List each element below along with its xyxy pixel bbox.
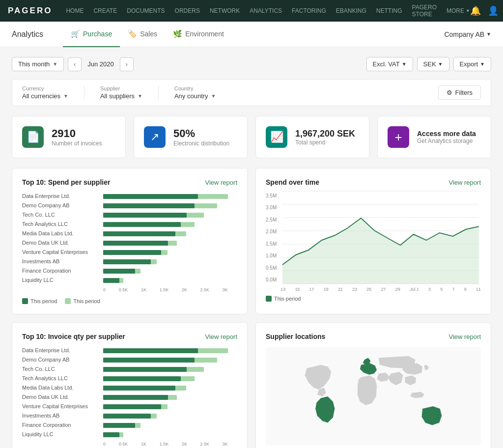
spend-supplier-labels: Data Enterprise Ltd. Demo Company AB Tec… <box>22 193 98 292</box>
supplier-dropdown-label: Supplier <box>100 85 142 91</box>
spend-value: 1,967,200 SEK <box>295 129 355 139</box>
next-month-button[interactable]: › <box>120 57 134 71</box>
company-name: Company AB <box>444 30 484 38</box>
excl-vat-label: Excl. VAT <box>373 60 400 68</box>
stat-card-access[interactable]: + Access more data Get Analytics storage <box>377 116 491 158</box>
currency-dropdown[interactable]: Currency All currencies ▼ <box>22 85 84 100</box>
label-0: Data Enterprise Ltd. <box>22 193 98 199</box>
label-8: Finance Corporation <box>22 268 98 274</box>
country-dropdown-value: Any country <box>174 92 208 100</box>
supplier-locations-card: Supplier locations View report <box>255 322 491 448</box>
filters-button[interactable]: ⚙ Filters <box>438 85 481 100</box>
nav-more[interactable]: MORE ▼ <box>447 7 470 14</box>
currency-label: SEK <box>423 60 436 68</box>
spend-label: Total spend <box>295 139 355 146</box>
time-legend-label: This period <box>274 296 301 302</box>
excl-vat-button[interactable]: Excl. VAT ▼ <box>366 57 413 71</box>
this-month-button[interactable]: This month ▼ <box>12 57 64 71</box>
this-month-label: This month <box>18 60 50 68</box>
supplier-locations-view-report[interactable]: View report <box>448 333 481 340</box>
analytics-title: Analytics <box>12 30 43 39</box>
export-chevron-icon: ▼ <box>480 61 485 67</box>
currency-chevron-icon: ▼ <box>438 61 443 67</box>
export-label: Export <box>460 60 478 68</box>
vat-chevron-icon: ▼ <box>402 61 407 67</box>
nav-analytics[interactable]: ANALYTICS <box>250 7 282 14</box>
supplier-locations-title: Supplier locations <box>266 333 325 340</box>
spend-supplier-view-report[interactable]: View report <box>205 179 237 186</box>
user-icon[interactable]: 👤 <box>488 5 499 16</box>
environment-icon: 🌿 <box>173 29 182 38</box>
tab-purchase[interactable]: 🛒 Purchase <box>63 22 120 47</box>
prev-month-button[interactable]: ‹ <box>68 57 82 71</box>
main-content: This month ▼ ‹ Jun 2020 › Excl. VAT ▼ SE… <box>0 47 503 448</box>
spend-time-card: Spend over time View report 3.5M3.0M2.5M… <box>255 168 491 314</box>
spend-time-title: Spend over time <box>266 178 319 186</box>
y-axis-labels: 3.5M3.0M2.5M2.0M1.5M1.0M0.5M0.0M <box>266 191 277 284</box>
x-axis-labels: 131517192123252729Jul 1357911 <box>280 287 481 292</box>
supplier-dropdown-value: All suppliers <box>100 92 135 100</box>
nav-pagero-store[interactable]: PAGERO STORE <box>412 4 437 18</box>
company-selector[interactable]: Company AB ▼ <box>444 30 491 38</box>
tab-sales-label: Sales <box>140 30 157 38</box>
label-1: Demo Company AB <box>22 202 98 209</box>
invoice-supplier-view-report[interactable]: View report <box>205 333 237 340</box>
chevron-down-icon: ▼ <box>53 61 57 67</box>
spend-supplier-title: Top 10: Spend per supplier <box>22 178 110 186</box>
tab-sales[interactable]: 🏷️ Sales <box>120 22 165 47</box>
nav-documents[interactable]: DOCUMENTS <box>127 7 165 14</box>
spend-supplier-bars <box>103 193 237 283</box>
company-chevron-icon: ▼ <box>486 31 491 37</box>
invoice-supplier-axis: 00.5K1K1.5K2K2.5K3K <box>103 442 237 447</box>
invoice-supplier-labels: Data Enterprise Ltd. Demo Company AB Tec… <box>22 347 98 447</box>
dropdowns-row: Currency All currencies ▼ Supplier All s… <box>12 79 491 106</box>
nav-orders[interactable]: ORDERS <box>175 7 200 14</box>
nav-create[interactable]: CREATE <box>93 7 117 14</box>
world-map <box>266 347 481 446</box>
tab-environment[interactable]: 🌿 Environment <box>165 22 232 47</box>
charts-row-1: Top 10: Spend per supplier View report D… <box>12 168 491 314</box>
currency-dropdown-label: Currency <box>22 85 68 91</box>
filters-button-label: Filters <box>455 89 473 96</box>
currency-button[interactable]: SEK ▼ <box>417 57 449 71</box>
nav-links: HOME CREATE DOCUMENTS ORDERS NETWORK ANA… <box>66 4 470 18</box>
stat-card-spend: 📈 1,967,200 SEK Total spend <box>255 116 369 158</box>
nav-home[interactable]: HOME <box>66 7 84 14</box>
legend-light-label: This period <box>73 298 100 304</box>
stat-card-invoices: 📄 2910 Number of invoices <box>12 116 126 158</box>
spend-icon: 📈 <box>266 126 287 148</box>
export-button[interactable]: Export ▼ <box>453 57 491 71</box>
filter-bar: This month ▼ ‹ Jun 2020 › Excl. VAT ▼ SE… <box>12 57 491 71</box>
label-4: Media Data Labs Ltd. <box>22 230 98 237</box>
nav-factoring[interactable]: FACTORING <box>292 7 326 14</box>
invoices-icon: 📄 <box>22 126 44 148</box>
nav-ebanking[interactable]: EBANKING <box>336 7 366 14</box>
country-dropdown-chevron-icon: ▼ <box>211 93 216 99</box>
access-icon: + <box>388 126 409 148</box>
top-nav: PAGERO HOME CREATE DOCUMENTS ORDERS NETW… <box>0 0 503 22</box>
label-5: Demo Data UK Ltd. <box>22 240 98 246</box>
spend-time-view-report[interactable]: View report <box>448 179 481 186</box>
invoices-value: 2910 <box>52 127 102 140</box>
supplier-dropdown-chevron-icon: ▼ <box>138 93 142 99</box>
invoice-supplier-bars <box>103 347 237 438</box>
currency-dropdown-chevron-icon: ▼ <box>63 93 68 99</box>
country-dropdown-label: Country <box>174 85 216 91</box>
logo: PAGERO <box>8 6 52 16</box>
invoices-label: Number of invoices <box>52 140 102 147</box>
electronic-label: Electronic distribution <box>173 140 229 147</box>
legend-light-dot <box>65 298 71 304</box>
country-dropdown[interactable]: Country Any country ▼ <box>158 85 232 100</box>
label-7: Investments AB <box>22 258 98 265</box>
stats-row: 📄 2910 Number of invoices ↗ 50% Electron… <box>12 116 491 158</box>
tab-purchase-label: Purchase <box>83 30 112 38</box>
invoice-supplier-title: Top 10: Invoice qty per supplier <box>22 333 125 340</box>
invoice-supplier-card: Top 10: Invoice qty per supplier View re… <box>12 322 248 448</box>
nav-netting[interactable]: NETTING <box>376 7 402 14</box>
notification-icon[interactable]: 🔔 <box>470 5 481 16</box>
sub-nav-tabs: 🛒 Purchase 🏷️ Sales 🌿 Environment <box>63 22 444 47</box>
supplier-dropdown[interactable]: Supplier All suppliers ▼ <box>84 85 158 100</box>
nav-network[interactable]: NETWORK <box>210 7 240 14</box>
legend-dark-dot <box>22 298 28 304</box>
currency-dropdown-value: All currencies <box>22 92 60 100</box>
